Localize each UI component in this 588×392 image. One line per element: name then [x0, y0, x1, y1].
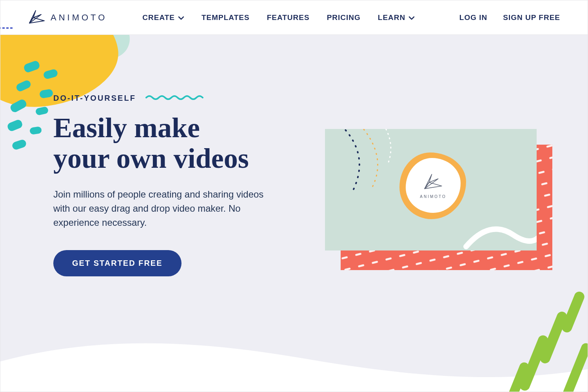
- main-nav: CREATE TEMPLATES FEATURES PRICING LEARN: [142, 13, 415, 22]
- nav-label: PRICING: [327, 13, 361, 22]
- nav-label: FEATURES: [267, 13, 310, 22]
- hero-eyebrow: DO-IT-YOURSELF: [53, 94, 136, 103]
- nav-label: SIGN UP FREE: [503, 13, 560, 22]
- hero-card-stack: ANIMOTO: [325, 129, 552, 278]
- get-started-button[interactable]: GET STARTED FREE: [53, 250, 181, 276]
- nav-item-learn[interactable]: LEARN: [378, 13, 415, 22]
- green-brush-decoration: [501, 283, 588, 392]
- nav-label: TEMPLATES: [201, 13, 250, 22]
- nav-item-create[interactable]: CREATE: [142, 13, 184, 22]
- chevron-down-icon: [178, 13, 184, 22]
- nav-right: LOG IN SIGN UP FREE: [459, 13, 560, 22]
- headline-line: your own videos: [53, 143, 249, 174]
- nav-label: LOG IN: [459, 13, 487, 22]
- brand-name: ANIMOTO: [51, 13, 107, 23]
- hero-section: DO-IT-YOURSELF Easily make your own vide…: [0, 35, 588, 392]
- nav-item-features[interactable]: FEATURES: [267, 13, 310, 22]
- hero-subtext: Join millions of people creating and sha…: [53, 187, 273, 230]
- login-link[interactable]: LOG IN: [459, 13, 487, 22]
- hero-card-front: ANIMOTO: [325, 129, 537, 250]
- hero-headline: Easily make your own videos: [53, 113, 275, 174]
- nav-item-pricing[interactable]: PRICING: [327, 13, 361, 22]
- hero-copy: DO-IT-YOURSELF Easily make your own vide…: [0, 35, 275, 276]
- fan-logo-icon: [423, 172, 444, 192]
- nav-label: LEARN: [378, 13, 405, 22]
- section-wave: [0, 326, 588, 392]
- brand-logo[interactable]: ANIMOTO: [28, 9, 107, 26]
- squiggle-icon: [145, 94, 204, 102]
- main-header: ANIMOTO CREATE TEMPLATES FEATURES PRICIN…: [0, 0, 588, 35]
- chevron-down-icon: [408, 13, 415, 22]
- nav-label: CREATE: [142, 13, 175, 22]
- dashed-corner-decoration: [0, 0, 13, 29]
- eyebrow-row: DO-IT-YOURSELF: [53, 94, 275, 103]
- fan-logo-icon: [28, 9, 46, 26]
- headline-line: Easily make: [53, 112, 200, 143]
- brand-badge-label: ANIMOTO: [420, 194, 446, 199]
- signup-link[interactable]: SIGN UP FREE: [503, 13, 560, 22]
- nav-item-templates[interactable]: TEMPLATES: [201, 13, 250, 22]
